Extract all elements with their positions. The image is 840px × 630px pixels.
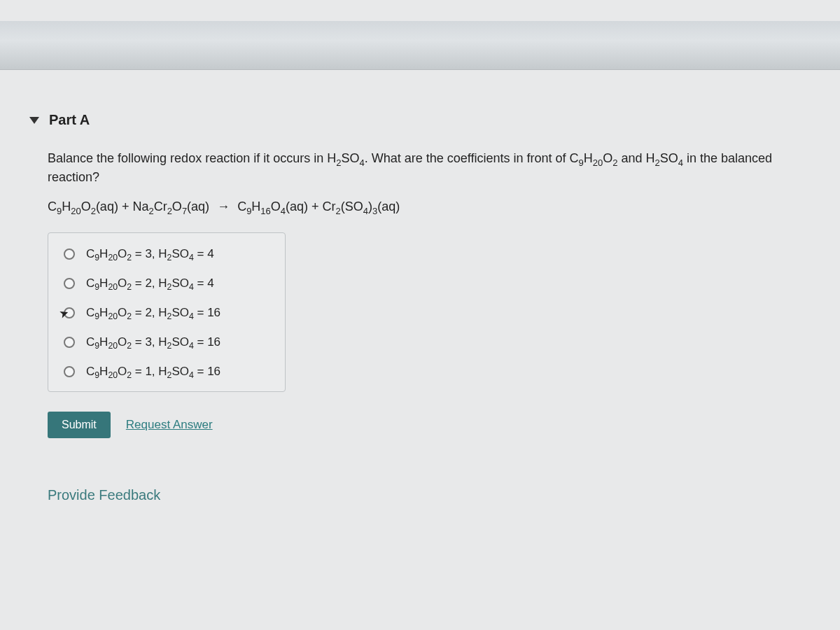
reaction-equation: C9H20O2(aq) + Na2Cr2O7(aq) → C9H16O4(aq)… [48,200,806,214]
t: O [271,200,281,214]
t: . What are the coefficients in front of … [365,151,579,165]
t: (aq) + Na [96,200,149,214]
content-area: Part A Balance the following redox react… [0,70,840,503]
t: SO [660,151,678,165]
t: O [81,200,91,214]
t: (aq) [377,200,400,214]
option-text: C9H20O2 = 3, H2SO4 = 16 [86,335,220,349]
t: C [48,200,57,214]
section-header[interactable]: Part A [13,112,827,128]
t: (aq) [187,200,209,214]
t: and H [617,151,654,165]
option-1[interactable]: C9H20O2 = 3, H2SO4 = 4 [64,247,270,261]
s: 20 [71,206,80,216]
radio-icon[interactable] [64,337,75,348]
s: 7 [182,206,187,216]
s: 2 [336,206,341,216]
t: O [603,151,612,165]
actions-row: Submit Request Answer [48,412,806,438]
s: 4 [281,206,286,216]
t: C [237,200,246,214]
option-text: C9H20O2 = 2, H2SO4 = 4 [86,276,214,290]
radio-icon[interactable] [64,278,75,289]
option-text: C9H20O2 = 3, H2SO4 = 4 [86,247,214,261]
s: 2 [91,206,96,216]
arrow-icon: → [217,200,230,214]
t: Balance the following redox reaction if … [48,151,336,165]
s: 4 [363,206,368,216]
option-5[interactable]: C9H20O2 = 1, H2SO4 = 16 [64,365,270,379]
s: 16 [260,206,270,216]
t: Cr [154,200,167,214]
t: H [62,200,71,214]
t: H [251,200,260,214]
submit-button[interactable]: Submit [48,412,111,438]
t: H [584,151,593,165]
t: (SO [341,200,363,214]
chevron-down-icon[interactable] [29,117,39,124]
option-4[interactable]: C9H20O2 = 3, H2SO4 = 16 [64,335,270,349]
t: (aq) + Cr [286,200,336,214]
s: 2 [167,206,172,216]
option-text: C9H20O2 = 2, H2SO4 = 16 [86,306,220,320]
part-label: Part A [49,112,90,128]
t: O [172,200,182,214]
option-3[interactable]: ➤ C9H20O2 = 2, H2SO4 = 16 [64,306,270,320]
option-2[interactable]: C9H20O2 = 2, H2SO4 = 4 [64,276,270,290]
radio-icon[interactable] [64,248,75,260]
provide-feedback-link[interactable]: Provide Feedback [48,487,827,503]
question-block: Balance the following redox reaction if … [48,149,806,438]
request-answer-link[interactable]: Request Answer [126,418,213,432]
top-band [0,21,840,70]
radio-icon[interactable] [64,366,75,377]
option-text: C9H20O2 = 1, H2SO4 = 16 [86,365,220,379]
s: 2 [148,206,153,216]
radio-icon[interactable] [64,307,75,318]
options-box: C9H20O2 = 3, H2SO4 = 4 C9H20O2 = 2, H2SO… [48,232,286,392]
question-prompt: Balance the following redox reaction if … [48,149,806,187]
t: SO [341,151,359,165]
